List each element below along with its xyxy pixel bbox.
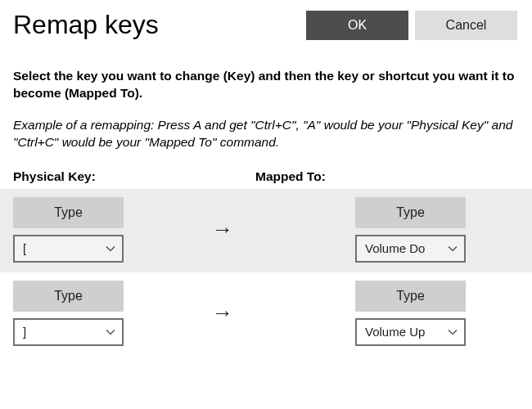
- ok-button[interactable]: OK: [306, 11, 408, 40]
- select-value: ]: [23, 325, 101, 339]
- select-value: [: [23, 241, 101, 255]
- physical-key-select[interactable]: [: [13, 235, 124, 263]
- chevron-down-icon: [106, 245, 115, 252]
- arrow-icon: →: [190, 217, 255, 242]
- instruction-text: Select the key you want to change (Key) …: [13, 68, 519, 102]
- column-header-mapped: Mapped To:: [255, 169, 326, 184]
- select-value: Volume Up: [365, 325, 443, 339]
- chevron-down-icon: [448, 329, 458, 335]
- mapped-key-select[interactable]: Volume Do: [355, 235, 466, 263]
- mapping-row: Type ] → Type Volume Up: [0, 272, 532, 356]
- type-button[interactable]: Type: [13, 281, 124, 312]
- select-value: Volume Do: [365, 241, 443, 255]
- type-button[interactable]: Type: [355, 197, 466, 228]
- type-button[interactable]: Type: [355, 281, 466, 312]
- mapping-row: Type [ → Type Volume Do: [0, 189, 532, 272]
- page-title: Remap keys: [13, 10, 300, 40]
- physical-key-select[interactable]: ]: [13, 318, 124, 346]
- chevron-down-icon: [106, 329, 115, 335]
- cancel-button[interactable]: Cancel: [415, 11, 517, 40]
- arrow-icon: →: [190, 300, 255, 326]
- example-text: Example of a remapping: Press A and get …: [13, 117, 519, 151]
- chevron-down-icon: [448, 245, 458, 252]
- mapped-key-select[interactable]: Volume Up: [355, 318, 466, 346]
- type-button[interactable]: Type: [13, 197, 124, 228]
- column-header-physical: Physical Key:: [13, 169, 190, 184]
